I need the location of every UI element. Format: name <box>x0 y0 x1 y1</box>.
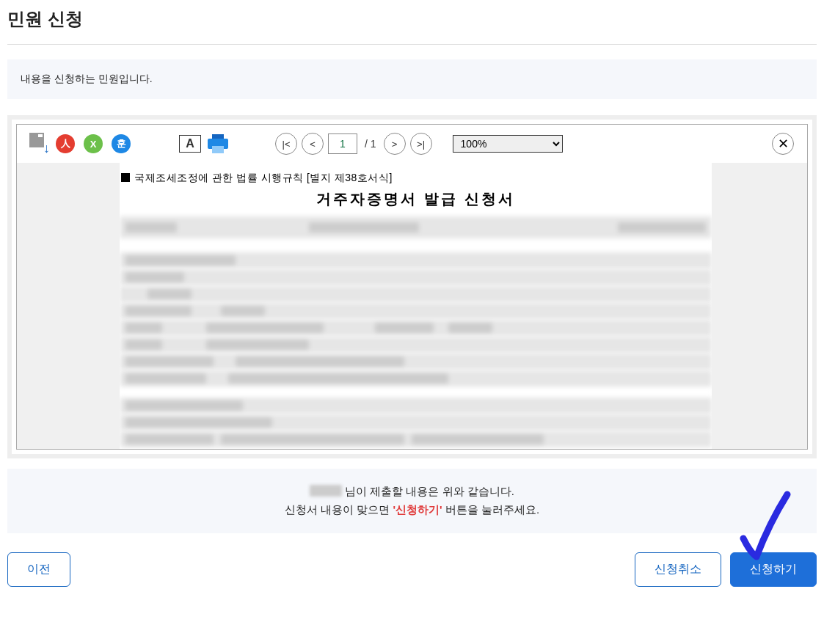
font-button[interactable]: A <box>178 132 202 155</box>
page-title: 민원 신청 <box>7 0 817 44</box>
title-divider <box>7 44 817 45</box>
previous-button[interactable]: 이전 <box>7 552 70 587</box>
zoom-select[interactable]: 100% <box>453 135 563 153</box>
viewer-toolbar: ↓ 人 X 훈 A |< <box>17 125 807 163</box>
print-icon <box>205 133 231 155</box>
document-viewer: ↓ 人 X 훈 A |< <box>16 124 808 450</box>
cancel-button[interactable]: 신청취소 <box>635 552 721 587</box>
doc-margin-left <box>17 163 120 449</box>
document-form-body <box>120 213 712 447</box>
redacted-name <box>310 485 342 497</box>
excel-icon: X <box>84 134 103 153</box>
export-hwp-button[interactable]: 훈 <box>109 132 133 155</box>
confirm-line-1: 님이 제출할 내용은 위와 같습니다. <box>19 485 805 499</box>
prev-page-button[interactable]: < <box>302 133 324 155</box>
first-page-icon: |< <box>282 139 291 150</box>
info-banner: 내용을 신청하는 민원입니다. <box>7 59 817 99</box>
submit-button[interactable]: 신청하기 <box>730 552 817 587</box>
pdf-icon: 人 <box>56 134 75 153</box>
confirmation-panel: 님이 제출할 내용은 위와 같습니다. 신청서 내용이 맞으면 '신청하기' 버… <box>7 469 817 533</box>
next-page-button[interactable]: > <box>384 133 406 155</box>
doc-margin-right <box>712 163 807 449</box>
export-pdf-button[interactable]: 人 <box>54 132 77 155</box>
document-title: 거주자증명서 발급 신청서 <box>120 189 712 213</box>
export-excel-button[interactable]: X <box>81 132 105 155</box>
print-button[interactable] <box>206 132 230 155</box>
page-total-label: / 1 <box>362 138 379 150</box>
page-number-input[interactable] <box>328 133 357 154</box>
first-page-button[interactable]: |< <box>275 133 297 155</box>
document-page-area[interactable]: 국제조세조정에 관한 법률 시행규칙 [별지 제38호서식] 거주자증명서 발급… <box>17 163 807 449</box>
prev-page-icon: < <box>310 139 316 150</box>
document-law-reference: 국제조세조정에 관한 법률 시행규칙 [별지 제38호서식] <box>120 172 712 189</box>
hwp-icon: 훈 <box>112 134 131 153</box>
close-icon: ✕ <box>778 136 789 152</box>
confirm-highlight: '신청하기' <box>393 503 442 516</box>
save-button[interactable]: ↓ <box>26 132 49 155</box>
document-viewer-frame: ↓ 人 X 훈 A |< <box>7 115 817 458</box>
last-page-icon: >| <box>417 139 425 150</box>
document-content: 국제조세조정에 관한 법률 시행규칙 [별지 제38호서식] 거주자증명서 발급… <box>120 163 712 449</box>
svg-rect-0 <box>212 134 224 139</box>
action-button-row: 이전 신청취소 신청하기 <box>7 552 817 601</box>
close-viewer-button[interactable]: ✕ <box>772 133 794 155</box>
font-icon: A <box>179 135 201 153</box>
confirm-line-2: 신청서 내용이 맞으면 '신청하기' 버튼을 눌러주세요. <box>19 503 805 517</box>
svg-rect-2 <box>212 146 224 153</box>
last-page-button[interactable]: >| <box>410 133 432 155</box>
save-icon: ↓ <box>26 133 48 155</box>
next-page-icon: > <box>392 139 398 150</box>
